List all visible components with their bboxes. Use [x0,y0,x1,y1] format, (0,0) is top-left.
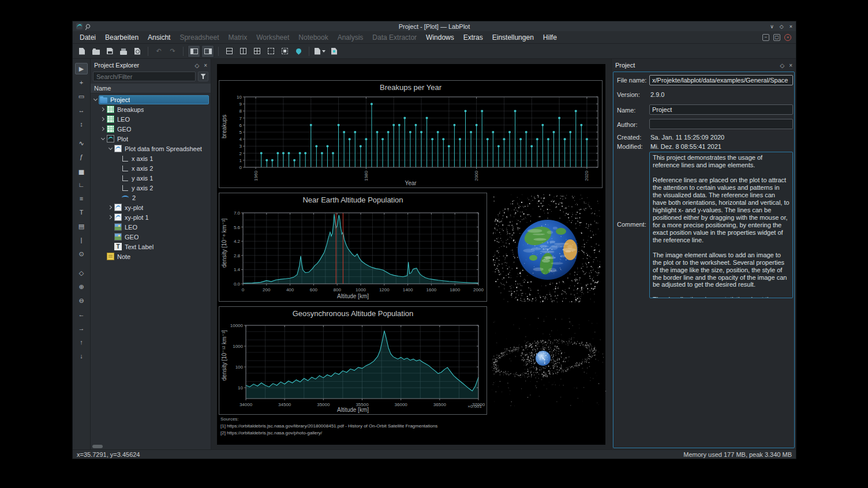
worksheet-canvas[interactable]: Breakups per Year 1960198020002020012345… [217,64,605,445]
project-explorer-header[interactable]: Project Explorer ◇ × [91,59,211,72]
menu-einstellungen[interactable]: Einstellungen [488,32,538,43]
break-layout-button[interactable] [264,45,277,58]
collapse-icon[interactable] [107,148,114,149]
tree-item-geo[interactable]: GEO [91,232,211,242]
crosshair-button[interactable]: + [75,77,88,88]
close-window-icon[interactable]: × [790,24,792,29]
close-dock-icon[interactable]: × [204,62,207,69]
maximize-window-icon[interactable]: ◇ [780,24,784,29]
tree-item-plot[interactable]: Plot [91,134,211,144]
menu-ansicht[interactable]: Ansicht [143,32,175,43]
document-open-button[interactable] [89,45,102,58]
expand-icon[interactable] [99,108,106,111]
print-preview-button[interactable] [131,45,144,58]
zoom-in-button[interactable]: ⊕ [75,281,88,292]
redo-button[interactable]: ↷ [166,45,179,58]
tree-item-y-axis-2[interactable]: y axis 2 [91,183,211,193]
vertical-layout-button[interactable] [223,45,235,58]
add-new-button[interactable] [313,45,327,58]
shade-window-icon[interactable]: ∨ [770,24,774,29]
tree-item-x-axis-1[interactable]: x axis 1 [91,153,211,163]
plot-geosynchronous-altitude[interactable]: Geosynchronous Altitude Population 34000… [219,306,487,415]
add-legend-button[interactable]: ≡ [75,193,88,204]
tree-item-geo[interactable]: GEO [91,124,211,134]
shift-down-y-button[interactable]: ↓ [75,350,88,362]
expand-icon[interactable] [99,127,106,130]
tree-item-2[interactable]: 2 [91,193,211,202]
tree-item-text-label[interactable]: Text Label [91,242,211,251]
sources-note[interactable]: Sources: [1] https://orbitaldebris.jsc.n… [220,416,437,437]
expand-icon[interactable] [99,118,106,121]
auto-scale-button[interactable]: ◇ [75,267,88,279]
shift-up-y-button[interactable]: ↑ [75,336,88,348]
document-save-button[interactable] [103,45,116,58]
toggle-project-explorer-button[interactable] [188,45,200,58]
plot-near-earth-altitude[interactable]: Near Earth Altitude Population 020040060… [219,193,487,302]
add-histogram-button[interactable]: ▅ [75,165,88,177]
tree-item-plot-data-from-spreadsheet[interactable]: Plot data from Spreadsheet [91,144,211,153]
shift-right-x-button[interactable]: → [75,322,88,334]
name-input[interactable] [649,104,793,115]
collapse-icon[interactable] [92,99,99,100]
shift-left-x-button[interactable]: ← [75,309,88,320]
add-xy-curve-button[interactable]: ∿ [75,137,88,149]
plot-breakups-per-year[interactable]: Breakups per Year 1960198020002020012345… [219,80,603,188]
worksheet-view[interactable]: Breakups per Year 1960198020002020012345… [211,59,611,449]
titlebar[interactable]: Project - [Plot] — LabPlot ∨ ◇ × [73,21,796,31]
geo-debris-ring-image[interactable] [492,314,606,407]
zoom-x-select-button[interactable]: ↔ [75,104,88,116]
earth-debris-image[interactable] [493,194,600,302]
comment-textarea[interactable]: This project demonstrates the usage of r… [649,152,793,298]
tree-item-xy-plot[interactable]: xy-plot [91,202,211,212]
float-dock-icon[interactable]: ◇ [780,62,784,69]
pin-icon[interactable] [85,24,91,29]
close-dock-icon[interactable]: × [789,62,792,69]
tree-item-leo[interactable]: LEO [91,222,211,232]
menu-windows[interactable]: Windows [421,32,459,43]
tree-item-project[interactable]: Project [91,95,211,104]
float-dock-icon[interactable]: ◇ [194,62,199,69]
file-name-input[interactable] [649,75,793,85]
toggle-properties-explorer-button[interactable] [201,45,214,58]
scrollbar-handle[interactable] [92,445,103,448]
add-reference-line-button[interactable]: | [75,234,88,246]
menu-extras[interactable]: Extras [459,32,488,43]
properties-header[interactable]: Project ◇ × [612,59,796,72]
horizontal-layout-button[interactable] [237,45,249,58]
add-custom-point-button[interactable]: ⊙ [75,248,88,260]
expand-icon[interactable] [107,206,114,209]
add-image-button[interactable]: ▤ [75,220,88,232]
menu-datei[interactable]: Datei [75,32,100,43]
undo-button[interactable]: ↶ [152,45,165,58]
document-new-button[interactable] [76,45,88,58]
select-cursor-button[interactable]: ▶ [75,63,88,74]
select-all-button[interactable] [278,45,291,58]
collapse-icon[interactable] [99,138,106,140]
tree-item-xy-plot-1[interactable]: xy-plot 1 [91,212,211,222]
explorer-horizontal-scrollbar[interactable] [92,445,209,448]
background-color-button[interactable] [292,45,305,58]
tree-item-y-axis-1[interactable]: y axis 1 [91,173,211,183]
filter-options-button[interactable] [198,72,208,81]
print-button[interactable] [117,45,130,58]
tree-column-header[interactable]: Name [91,84,211,93]
search-input[interactable] [93,72,196,81]
add-axis-button[interactable]: ∟ [75,179,88,190]
tree-item-breakups[interactable]: Breakups [91,104,211,114]
close-child-icon[interactable]: × [784,34,791,41]
minimize-child-icon[interactable]: − [762,34,769,41]
tree-item-leo[interactable]: LEO [91,114,211,124]
grid-layout-button[interactable] [250,45,263,58]
zoom-out-button[interactable]: ⊖ [75,295,88,306]
add-equation-curve-button[interactable]: ƒ [75,151,88,163]
export-button[interactable] [328,45,341,58]
menu-hilfe[interactable]: Hilfe [538,32,562,43]
author-input[interactable] [649,119,793,129]
expand-icon[interactable] [107,216,114,219]
add-text-label-button[interactable]: T [75,207,88,218]
zoom-select-button[interactable]: ▭ [75,91,88,102]
restore-child-icon[interactable]: ▢ [773,34,780,41]
menu-bearbeiten[interactable]: Bearbeiten [100,32,143,43]
zoom-y-select-button[interactable]: ↕ [75,118,88,130]
tree-item-x-axis-2[interactable]: x axis 2 [91,163,211,173]
